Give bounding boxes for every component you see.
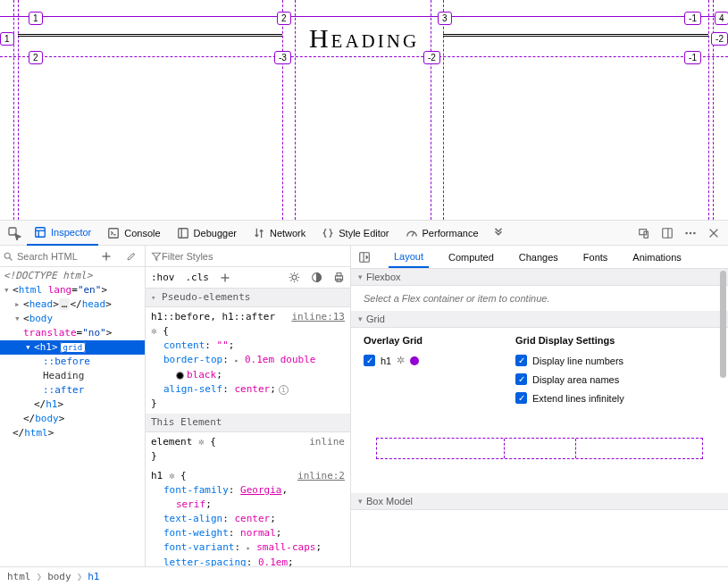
- close-icon[interactable]: [703, 222, 724, 244]
- flexbox-section[interactable]: ▾Flexbox: [351, 269, 728, 286]
- source-link[interactable]: inline: [309, 435, 345, 449]
- print-media-icon[interactable]: [333, 272, 345, 283]
- cls-toggle[interactable]: .cls: [186, 272, 210, 283]
- heading-text: Heading: [309, 23, 419, 54]
- meatball-menu-icon[interactable]: [680, 222, 701, 244]
- grid-section[interactable]: ▾Grid: [351, 311, 728, 328]
- debugger-icon: [177, 227, 189, 239]
- info-icon[interactable]: i: [279, 385, 289, 395]
- dark-scheme-icon[interactable]: [311, 272, 322, 283]
- tab-debugger[interactable]: Debugger: [170, 221, 244, 246]
- tab-label: Network: [270, 228, 305, 239]
- setting-extend-lines[interactable]: ✓Extend lines infinitely: [515, 392, 624, 404]
- svg-point-15: [693, 231, 696, 234]
- grid-row-line: [0, 16, 728, 17]
- dom-doctype[interactable]: <!DOCTYPE html>: [0, 269, 145, 283]
- svg-line-31: [290, 280, 291, 280]
- box-model-section[interactable]: ▾Box Model: [351, 493, 728, 510]
- tab-style-editor[interactable]: Style Editor: [314, 221, 396, 246]
- tab-console[interactable]: Console: [100, 221, 167, 246]
- layout-body[interactable]: ▾Flexbox Select a Flex container or item…: [351, 269, 728, 566]
- tab-inspector[interactable]: Inspector: [27, 221, 98, 246]
- svg-line-8: [412, 232, 414, 236]
- dom-html[interactable]: ▾<html lang="en">: [0, 283, 145, 297]
- setting-area-names[interactable]: ✓Display area names: [515, 373, 624, 385]
- dom-html-close[interactable]: </html>: [0, 426, 145, 440]
- search-input[interactable]: [17, 251, 92, 262]
- sidebar-toggle-icon[interactable]: [355, 251, 374, 264]
- css-prop[interactable]: font-weight: normal;: [151, 526, 345, 540]
- dom-body-close[interactable]: </body>: [0, 412, 145, 426]
- layout-tab-changes[interactable]: Changes: [514, 247, 564, 267]
- dom-body[interactable]: ▾<body: [0, 312, 145, 326]
- tab-performance[interactable]: Performance: [398, 221, 486, 246]
- layout-tab-fonts[interactable]: Fonts: [578, 247, 614, 267]
- light-scheme-icon[interactable]: [289, 272, 300, 283]
- grid-col-line: [282, 0, 283, 220]
- chevron-right-icon: ❯: [37, 571, 43, 582]
- css-prop[interactable]: border-top: ▸ 0.1em double: [151, 353, 345, 368]
- search-icon: [3, 251, 13, 262]
- overlay-grid-item[interactable]: ✓ h1 ✲: [364, 355, 498, 366]
- grid-col-line: [295, 0, 296, 220]
- dom-text-node[interactable]: Heading: [0, 369, 145, 383]
- gear-icon[interactable]: ✲: [397, 355, 405, 366]
- css-prop[interactable]: letter-spacing: 0.1em;: [151, 556, 345, 566]
- section-pseudo[interactable]: ▾ Pseudo-elements: [146, 289, 350, 307]
- add-rule-icon[interactable]: [220, 272, 230, 283]
- dom-pseudo-after[interactable]: ::after: [0, 383, 145, 398]
- responsive-mode-icon[interactable]: [633, 222, 655, 244]
- rules-body[interactable]: ▾ Pseudo-elements h1::before, h1::afteri…: [146, 289, 350, 566]
- console-icon: [107, 227, 120, 239]
- dom-tree[interactable]: <!DOCTYPE html> ▾<html lang="en"> ▸<head…: [0, 267, 145, 566]
- svg-line-32: [297, 273, 297, 274]
- setting-line-numbers[interactable]: ✓Display line numbers: [515, 355, 624, 366]
- checkbox-checked[interactable]: ✓: [364, 355, 375, 366]
- selector-options-icon[interactable]: ✲: [169, 470, 175, 481]
- css-prop[interactable]: font-variant: ▸ small-caps;: [151, 540, 345, 556]
- css-prop[interactable]: font-family: Georgia,: [151, 483, 345, 498]
- dock-icon[interactable]: [657, 222, 678, 244]
- rules-toolbar: :hov .cls: [146, 267, 350, 289]
- css-prop[interactable]: serif;: [151, 498, 345, 512]
- grid-col-line: [18, 0, 19, 220]
- checkbox-checked[interactable]: ✓: [515, 355, 527, 366]
- color-swatch[interactable]: [176, 372, 184, 380]
- grid-color-swatch[interactable]: [410, 356, 419, 365]
- dom-head[interactable]: ▸<head>…</head>: [0, 297, 145, 312]
- css-prop[interactable]: text-align: center;: [151, 512, 345, 526]
- rule-pseudo: h1::before, h1::afterinline:13 ✲ { conte…: [146, 307, 350, 414]
- selector-options-icon[interactable]: ✲: [151, 325, 157, 337]
- element-picker-icon[interactable]: [4, 222, 25, 244]
- filter-input[interactable]: [162, 251, 345, 262]
- dom-h1-selected[interactable]: ▾<h1>grid: [0, 340, 145, 355]
- overflow-tabs-icon[interactable]: [488, 222, 509, 244]
- add-element-icon[interactable]: [96, 246, 117, 267]
- grid-number: -2: [423, 51, 440, 64]
- scrollbar[interactable]: [720, 271, 726, 378]
- checkbox-checked[interactable]: ✓: [515, 392, 527, 404]
- selector-options-icon[interactable]: ✲: [198, 436, 205, 448]
- dom-pseudo-before[interactable]: ::before: [0, 355, 145, 369]
- tab-label: Style Editor: [339, 228, 389, 239]
- layout-tab-computed[interactable]: Computed: [443, 247, 499, 267]
- css-prop[interactable]: black;: [151, 368, 345, 382]
- grid-number: 3: [438, 12, 452, 25]
- dom-h1-close[interactable]: </h1>: [0, 398, 145, 412]
- tab-network[interactable]: Network: [246, 221, 313, 246]
- crumb-body[interactable]: body: [47, 571, 71, 582]
- crumb-h1[interactable]: h1: [88, 571, 99, 582]
- checkbox-checked[interactable]: ✓: [515, 373, 527, 385]
- css-prop[interactable]: align-self: center;i: [151, 382, 345, 397]
- eyedropper-icon[interactable]: [121, 246, 142, 267]
- source-link[interactable]: inline:13: [291, 310, 345, 324]
- hov-toggle[interactable]: :hov: [151, 272, 175, 283]
- layout-tab-layout[interactable]: Layout: [389, 247, 429, 268]
- css-prop[interactable]: content: "";: [151, 339, 345, 353]
- crumb-html[interactable]: html: [7, 571, 31, 582]
- grid-badge[interactable]: grid: [60, 342, 87, 353]
- layout-tab-animations[interactable]: Animations: [627, 247, 686, 267]
- dom-body-attr[interactable]: translate="no">: [0, 326, 145, 340]
- source-link[interactable]: inline:2: [297, 469, 345, 483]
- section-this-element[interactable]: This Element: [146, 414, 350, 432]
